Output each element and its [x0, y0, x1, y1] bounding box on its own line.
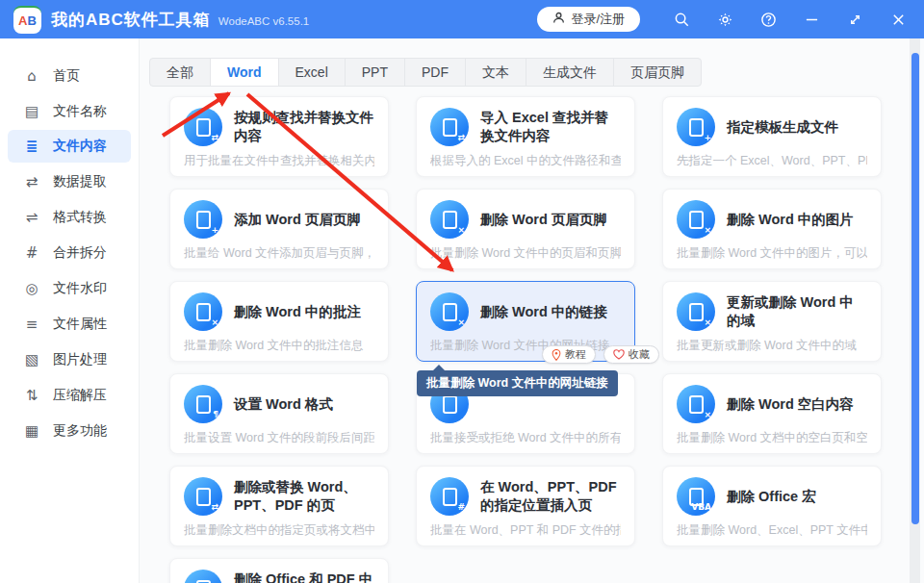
card-title: 删除 Word 空白内容: [727, 395, 854, 414]
app-version: WodeABC v6.55.1: [218, 15, 309, 27]
sidebar-item-file-content[interactable]: ≣文件内容: [8, 130, 131, 163]
card-desc: 用于批量在文件中查找并替换相关内容，支持 Wor: [184, 153, 374, 169]
scrollbar-thumb[interactable]: [911, 53, 919, 524]
card-title: 指定模板生成文件: [727, 118, 838, 137]
card-add-header-footer[interactable]: +添加 Word 页眉页脚批量给 Word 文件添加页眉与页脚，支持嵌入页码: [169, 189, 389, 269]
sidebar-item-label: 合并拆分: [53, 244, 107, 262]
tab-ppt[interactable]: PPT: [345, 58, 405, 87]
card-desc: 批量给 Word 文件添加页眉与页脚，支持嵌入页码: [184, 245, 374, 262]
tab-header-footer[interactable]: 页眉页脚: [613, 58, 702, 87]
card-delete-word-comments[interactable]: ×删除 Word 中的批注批量删除 Word 文件中的批注信息: [169, 281, 389, 362]
card-desc: 批量接受或拒绝 Word 文件中的所有修订: [430, 430, 621, 446]
sidebar-item-file-name[interactable]: ▤文件名称: [0, 93, 139, 129]
tab-excel[interactable]: Excel: [278, 58, 346, 87]
card-delete-replace-pages[interactable]: ⇄删除或替换 Word、PPT、PDF 的页批量删除文档中的指定页或将文档中的指…: [169, 466, 389, 546]
vba-macro-icon: VBA: [677, 477, 715, 516]
card-title: 删除 Word 中的图片: [727, 211, 854, 229]
card-set-word-format[interactable]: ¶设置 Word 格式批量设置 Word 文件的段前段后间距等格式信息: [169, 373, 389, 454]
file-content-icon: ≣: [23, 138, 40, 155]
sidebar-item-label: 数据提取: [53, 173, 107, 190]
sidebar-item-label: 首页: [53, 67, 80, 85]
tab-text[interactable]: 文本: [465, 58, 526, 87]
card-title: 删除 Office 宏: [727, 488, 816, 506]
card-desc: 批量删除 Word 文件中的批注信息: [184, 338, 374, 354]
maximize-icon[interactable]: [846, 11, 863, 28]
card-title: 删除 Word 中的批注: [234, 303, 361, 321]
card-delete-header-footer[interactable]: ×删除 Word 页眉页脚批量删除 Word 文件中的页眉和页脚: [416, 189, 635, 269]
search-icon[interactable]: [673, 11, 690, 28]
doc-delete-link-icon: ×: [430, 292, 469, 331]
sidebar-item-merge-split[interactable]: #合并拆分: [0, 235, 139, 270]
card-title: 删除 Word 页眉页脚: [480, 211, 607, 229]
more-features-icon: ▦: [23, 422, 40, 440]
card-desc: 批量删除 Word 文档中的空白页和空白行。: [677, 430, 867, 446]
help-icon[interactable]: [759, 11, 777, 28]
sidebar-item-format-convert[interactable]: ⇌格式转换: [0, 199, 139, 235]
card-delete-blank-content[interactable]: ×删除 Word 空白内容批量删除 Word 文档中的空白页和空白行。: [662, 373, 882, 454]
tutorial-badge-label: 教程: [565, 347, 586, 362]
card-find-replace-by-rule[interactable]: ⇄按规则查找并替换文件内容用于批量在文件中查找并替换相关内容，支持 Wor: [169, 96, 389, 177]
card-desc: 批量在 Word、PPT 和 PDF 文件的指定位置插入页.: [430, 522, 621, 539]
doc-delete-image-icon: ×: [677, 200, 715, 239]
tutorial-badge[interactable]: 教程: [542, 345, 596, 364]
card-title: 添加 Word 页眉页脚: [234, 211, 361, 229]
doc-delete-comment-icon: ×: [184, 292, 222, 331]
app-window: AB 我的ABC软件工具箱 WodeABC v6.55.1 登录/注册 ⌂首页 …: [0, 0, 924, 583]
app-logo: AB: [13, 6, 41, 34]
tab-word[interactable]: Word: [210, 58, 279, 87]
card-delete-word-links[interactable]: ×删除 Word 中的链接批量删除 Word 文件中的网址链接: [416, 281, 635, 362]
sidebar-item-label: 压缩解压: [53, 387, 107, 404]
sidebar-item-label: 格式转换: [53, 209, 107, 226]
card-desc: 批量删除 Word 文件中的图片，可以选择删除页眉: [677, 245, 867, 262]
favorite-badge[interactable]: 收藏: [603, 345, 659, 364]
user-icon: [552, 12, 565, 27]
doc-excel-replace-icon: ⇄: [430, 108, 469, 146]
doc-format-icon: ¶: [184, 385, 222, 423]
tab-pdf[interactable]: PDF: [404, 58, 466, 87]
close-icon[interactable]: [889, 11, 907, 28]
card-title: 更新或删除 Word 中的域: [727, 293, 867, 330]
sidebar-item-more[interactable]: ▦更多功能: [0, 413, 139, 448]
sidebar-item-label: 文件水印: [53, 280, 107, 297]
card-delete-office-macros[interactable]: VBA删除 Office 宏批量删除 Word、Excel、PPT 文件中的宏。: [662, 466, 882, 546]
heart-icon: [613, 349, 625, 360]
sidebar-item-compress[interactable]: ⇅压缩解压: [0, 377, 139, 413]
qrcode-delete-icon: ▦: [184, 570, 222, 583]
sidebar-item-data-extract[interactable]: ⇄数据提取: [0, 164, 139, 199]
file-type-tabs: 全部 Word Excel PPT PDF 文本 生成文件 页眉页脚: [149, 58, 702, 87]
card-delete-qrcode[interactable]: ▦删除 Office 和 PDF 中的二维码: [169, 558, 389, 583]
sidebar-item-image-process[interactable]: ▧图片处理: [0, 342, 139, 377]
card-title: 按规则查找并替换文件内容: [234, 109, 374, 145]
card-desc: 批量删除 Word、Excel、PPT 文件中的宏。: [677, 522, 867, 539]
sidebar: ⌂首页 ▤文件名称 ≣文件内容 ⇄数据提取 ⇌格式转换 #合并拆分 ◎文件水印 …: [0, 38, 140, 583]
card-update-delete-fields[interactable]: ×更新或删除 Word 中的域批量更新或删除 Word 文件中的域: [662, 281, 882, 362]
card-template-generate[interactable]: +指定模板生成文件先指定一个 Excel、Word、PPT、PDF或文本文件作: [662, 96, 882, 177]
tab-generate-file[interactable]: 生成文件: [526, 58, 614, 87]
format-convert-icon: ⇌: [23, 209, 40, 226]
card-delete-word-images[interactable]: ×删除 Word 中的图片批量删除 Word 文件中的图片，可以选择删除页眉: [662, 189, 882, 269]
doc-field-icon: ×: [677, 292, 715, 331]
merge-split-icon: #: [23, 244, 40, 262]
doc-delete-blank-icon: ×: [677, 385, 715, 423]
login-register-label: 登录/注册: [571, 11, 625, 28]
tool-card-grid: ⇄按规则查找并替换文件内容用于批量在文件中查找并替换相关内容，支持 Wor ⇄导…: [169, 96, 882, 583]
app-title: 我的ABC软件工具箱: [51, 9, 211, 31]
minimize-icon[interactable]: [803, 11, 820, 28]
login-register-button[interactable]: 登录/注册: [537, 7, 640, 32]
page-replace-icon: ⇄: [184, 477, 222, 516]
data-extract-icon: ⇄: [23, 173, 40, 190]
scrollbar-track[interactable]: [910, 38, 920, 583]
sidebar-item-label: 文件内容: [53, 138, 107, 155]
sidebar-item-file-props[interactable]: ≡文件属性: [0, 306, 139, 342]
sidebar-item-home[interactable]: ⌂首页: [0, 58, 139, 93]
card-desc: 批量更新或删除 Word 文件中的域: [677, 338, 867, 354]
card-import-excel-replace[interactable]: ⇄导入 Excel 查找并替换文件内容根据导入的 Excel 中的文件路径和查找…: [416, 96, 635, 177]
card-insert-pages[interactable]: #在 Word、PPT、PDF 的指定位置插入页批量在 Word、PPT 和 P…: [416, 466, 635, 546]
sidebar-item-label: 文件名称: [53, 103, 107, 120]
file-name-icon: ▤: [23, 103, 40, 120]
gear-icon[interactable]: [716, 11, 733, 28]
sidebar-item-label: 图片处理: [53, 351, 107, 368]
sidebar-item-watermark[interactable]: ◎文件水印: [0, 270, 139, 306]
card-desc: 批量设置 Word 文件的段前段后间距等格式信息: [184, 430, 374, 446]
tab-all[interactable]: 全部: [149, 58, 211, 87]
